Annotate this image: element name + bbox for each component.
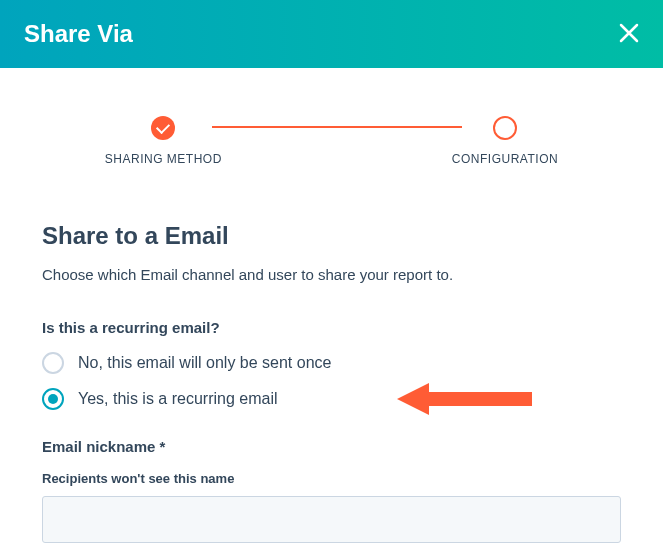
section-description: Choose which Email channel and user to s…	[42, 266, 621, 283]
arrow-annotation-icon	[397, 379, 537, 423]
step-label: CONFIGURATION	[452, 152, 558, 166]
step-circle-pending-icon	[493, 116, 517, 140]
step-sharing-method[interactable]: SHARING METHOD	[105, 116, 222, 166]
radio-icon	[42, 352, 64, 374]
stepper: SHARING METHOD CONFIGURATION	[42, 68, 621, 182]
dialog-title: Share Via	[24, 20, 133, 48]
section-title: Share to a Email	[42, 222, 621, 250]
nickname-label: Email nickname *	[42, 438, 621, 455]
close-button[interactable]	[619, 20, 639, 48]
nickname-hint: Recipients won't see this name	[42, 471, 621, 486]
step-configuration[interactable]: CONFIGURATION	[452, 116, 558, 166]
recurring-radio-group: No, this email will only be sent once Ye…	[42, 352, 621, 410]
svg-marker-0	[397, 383, 532, 415]
radio-option-yes[interactable]: Yes, this is a recurring email	[42, 388, 621, 410]
nickname-input[interactable]	[42, 496, 621, 543]
stepper-connector	[212, 126, 462, 128]
close-icon	[619, 18, 639, 49]
radio-label-no: No, this email will only be sent once	[78, 354, 331, 372]
recurring-question-label: Is this a recurring email?	[42, 319, 621, 336]
dialog-content: SHARING METHOD CONFIGURATION Share to a …	[0, 68, 663, 543]
radio-label-yes: Yes, this is a recurring email	[78, 390, 278, 408]
step-circle-completed-icon	[151, 116, 175, 140]
step-label: SHARING METHOD	[105, 152, 222, 166]
radio-icon-selected	[42, 388, 64, 410]
dialog-header: Share Via	[0, 0, 663, 68]
radio-option-no[interactable]: No, this email will only be sent once	[42, 352, 621, 374]
